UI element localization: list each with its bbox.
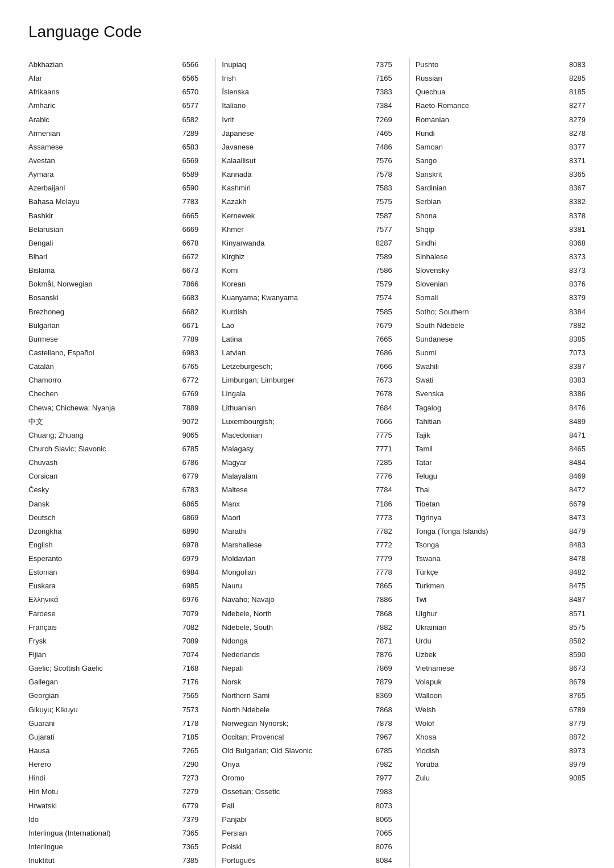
table-row: Russian8285 — [416, 72, 586, 85]
language-code: 6772 — [182, 375, 198, 386]
table-row: Tatar8484 — [416, 456, 586, 470]
language-name: Bokmål, Norwegian — [28, 279, 182, 290]
language-code: 7375 — [376, 59, 392, 70]
language-name: Catalán — [28, 361, 182, 372]
table-row: Herero7290 — [28, 758, 198, 771]
language-name: Sotho; Southern — [416, 306, 569, 318]
language-name: Gaelic; Scottish Gaelic — [28, 663, 182, 674]
table-row: Gikuyu; Kikuyu7573 — [28, 703, 198, 717]
language-code: 6983 — [182, 347, 198, 359]
table-row: Bulgarian6671 — [28, 319, 198, 333]
language-name: Interlingue — [28, 841, 182, 853]
language-name: Russian — [416, 73, 569, 84]
language-code: 9072 — [182, 416, 198, 427]
language-name: Hiri Motu — [28, 786, 182, 798]
language-code: 7783 — [182, 196, 198, 207]
language-code: 8471 — [569, 430, 586, 441]
language-code: 8382 — [569, 196, 586, 207]
language-code: 8872 — [569, 732, 586, 743]
language-name: Slovensky — [416, 265, 569, 276]
language-code: 6672 — [182, 251, 198, 263]
table-row: Thai8472 — [416, 483, 586, 497]
table-row: Dansk6865 — [28, 497, 198, 511]
table-row: Inuktitut7385 — [28, 854, 198, 867]
language-name: Malayalam — [222, 471, 375, 482]
language-code: 7589 — [376, 251, 392, 263]
language-code: 6979 — [182, 553, 198, 564]
language-name: Tajik — [416, 430, 569, 441]
language-code: 7578 — [376, 169, 392, 180]
language-code: 7666 — [376, 361, 392, 372]
language-name: Ndonga — [222, 636, 375, 647]
table-row: Latvian7686 — [222, 346, 392, 360]
language-code: 7882 — [569, 320, 586, 331]
language-name: Kashmiri — [222, 182, 375, 194]
language-code: 7876 — [376, 649, 392, 661]
table-row: Bihari6672 — [28, 250, 198, 264]
language-code: 6765 — [182, 361, 198, 372]
language-code: 7686 — [376, 347, 392, 359]
language-name: Xhosa — [416, 732, 569, 743]
language-name: Northern Sami — [222, 690, 375, 701]
language-code: 7384 — [376, 100, 392, 111]
language-name: Türkçe — [416, 567, 569, 578]
language-name: Chuvash — [28, 457, 182, 468]
language-code: 7779 — [376, 553, 392, 564]
language-code: 7871 — [376, 636, 392, 647]
language-code: 6890 — [182, 526, 198, 537]
language-name: Dansk — [28, 499, 182, 510]
table-row: Swahili8387 — [416, 360, 586, 373]
table-row: Komi7586 — [222, 264, 392, 277]
language-code: 7583 — [376, 182, 392, 194]
language-name: Norwegian Nynorsk; — [222, 718, 375, 729]
language-code: 8478 — [569, 553, 586, 564]
language-name: Church Slavic; Slavonic — [28, 443, 182, 455]
table-row: Letzeburgesch;7666 — [222, 360, 392, 373]
language-code: 6590 — [182, 182, 198, 194]
language-name: Tamil — [416, 443, 569, 455]
table-row: Interlingue7365 — [28, 840, 198, 854]
table-row: Irish7165 — [222, 72, 392, 85]
language-code: 8365 — [569, 169, 586, 180]
language-code: 7576 — [376, 155, 392, 167]
table-row: Limburgan; Limburger7673 — [222, 373, 392, 387]
language-code: 7886 — [376, 594, 392, 605]
language-name: Kuanyama; Kwanyama — [222, 292, 375, 304]
table-row: Luxembourgish;7666 — [222, 415, 392, 429]
language-code: 6865 — [182, 499, 198, 510]
language-name: Marshallese — [222, 539, 375, 551]
language-code: 7775 — [376, 430, 392, 441]
language-name: Hausa — [28, 745, 182, 757]
table-row: Inupiaq7375 — [222, 58, 392, 72]
language-name: Ελληνικά — [28, 594, 182, 605]
table-row: Íslenska7383 — [222, 85, 392, 99]
language-code: 7865 — [376, 580, 392, 592]
table-row: Abkhazian6566 — [28, 58, 198, 72]
language-code: 7073 — [569, 347, 586, 359]
language-name: Kazakh — [222, 196, 375, 207]
language-name: Lingala — [222, 388, 375, 400]
language-name: Tsonga — [416, 539, 569, 551]
table-row: Hrwatski6779 — [28, 799, 198, 813]
table-row: Quechua8185 — [416, 85, 586, 99]
language-name: Gallegan — [28, 676, 182, 688]
table-row: Swati8383 — [416, 373, 586, 387]
table-row: Italiano7384 — [222, 99, 392, 113]
language-name: Maori — [222, 512, 375, 524]
language-name: Oromo — [222, 773, 375, 784]
table-row: Moldavian7779 — [222, 552, 392, 566]
language-name: Volapuk — [416, 676, 569, 688]
table-row: Ndebele, South7882 — [222, 621, 392, 634]
language-name: Thai — [416, 484, 569, 496]
language-name: Italiano — [222, 100, 375, 111]
language-name: South Ndebele — [416, 320, 569, 331]
language-code: 9085 — [569, 773, 586, 784]
language-name: Português — [222, 855, 375, 866]
language-name: North Ndebele — [222, 704, 375, 716]
language-name: Nepali — [222, 663, 375, 674]
table-row: Norsk7879 — [222, 675, 392, 689]
language-name: Bahasa Melayu — [28, 196, 182, 207]
language-name: Polski — [222, 841, 375, 853]
language-name: English — [28, 539, 182, 551]
language-code: 6665 — [182, 210, 198, 222]
